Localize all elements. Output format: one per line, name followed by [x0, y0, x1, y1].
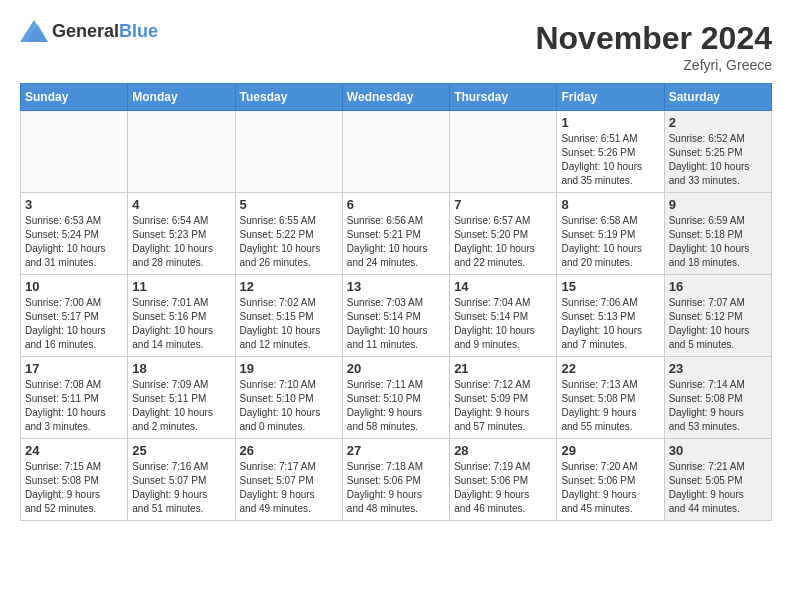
day-number: 12: [240, 279, 338, 294]
calendar-cell: [21, 111, 128, 193]
weekday-header: Sunday: [21, 84, 128, 111]
calendar-cell: 4Sunrise: 6:54 AM Sunset: 5:23 PM Daylig…: [128, 193, 235, 275]
location: Zefyri, Greece: [535, 57, 772, 73]
day-info: Sunrise: 6:52 AM Sunset: 5:25 PM Dayligh…: [669, 132, 767, 188]
day-number: 17: [25, 361, 123, 376]
day-number: 5: [240, 197, 338, 212]
day-number: 8: [561, 197, 659, 212]
day-number: 15: [561, 279, 659, 294]
day-number: 26: [240, 443, 338, 458]
day-info: Sunrise: 7:00 AM Sunset: 5:17 PM Dayligh…: [25, 296, 123, 352]
calendar-week-row: 17Sunrise: 7:08 AM Sunset: 5:11 PM Dayli…: [21, 357, 772, 439]
weekday-header: Saturday: [664, 84, 771, 111]
title-section: November 2024 Zefyri, Greece: [535, 20, 772, 73]
day-number: 3: [25, 197, 123, 212]
calendar-cell: 10Sunrise: 7:00 AM Sunset: 5:17 PM Dayli…: [21, 275, 128, 357]
day-number: 24: [25, 443, 123, 458]
day-number: 30: [669, 443, 767, 458]
day-number: 25: [132, 443, 230, 458]
day-info: Sunrise: 7:11 AM Sunset: 5:10 PM Dayligh…: [347, 378, 445, 434]
day-info: Sunrise: 7:10 AM Sunset: 5:10 PM Dayligh…: [240, 378, 338, 434]
day-info: Sunrise: 7:08 AM Sunset: 5:11 PM Dayligh…: [25, 378, 123, 434]
day-info: Sunrise: 7:12 AM Sunset: 5:09 PM Dayligh…: [454, 378, 552, 434]
day-number: 2: [669, 115, 767, 130]
calendar-cell: 25Sunrise: 7:16 AM Sunset: 5:07 PM Dayli…: [128, 439, 235, 521]
day-info: Sunrise: 6:58 AM Sunset: 5:19 PM Dayligh…: [561, 214, 659, 270]
day-info: Sunrise: 6:54 AM Sunset: 5:23 PM Dayligh…: [132, 214, 230, 270]
calendar-cell: 9Sunrise: 6:59 AM Sunset: 5:18 PM Daylig…: [664, 193, 771, 275]
day-number: 21: [454, 361, 552, 376]
weekday-header: Wednesday: [342, 84, 449, 111]
logo-icon: [20, 20, 48, 42]
calendar-cell: [342, 111, 449, 193]
day-info: Sunrise: 7:09 AM Sunset: 5:11 PM Dayligh…: [132, 378, 230, 434]
calendar-cell: 29Sunrise: 7:20 AM Sunset: 5:06 PM Dayli…: [557, 439, 664, 521]
calendar-cell: 16Sunrise: 7:07 AM Sunset: 5:12 PM Dayli…: [664, 275, 771, 357]
logo: GeneralBlue: [20, 20, 158, 42]
weekday-header-row: SundayMondayTuesdayWednesdayThursdayFrid…: [21, 84, 772, 111]
calendar-cell: 24Sunrise: 7:15 AM Sunset: 5:08 PM Dayli…: [21, 439, 128, 521]
day-info: Sunrise: 6:57 AM Sunset: 5:20 PM Dayligh…: [454, 214, 552, 270]
day-info: Sunrise: 7:06 AM Sunset: 5:13 PM Dayligh…: [561, 296, 659, 352]
day-number: 23: [669, 361, 767, 376]
day-number: 10: [25, 279, 123, 294]
day-info: Sunrise: 6:56 AM Sunset: 5:21 PM Dayligh…: [347, 214, 445, 270]
month-title: November 2024: [535, 20, 772, 57]
calendar-cell: [235, 111, 342, 193]
day-number: 29: [561, 443, 659, 458]
day-number: 9: [669, 197, 767, 212]
day-info: Sunrise: 7:01 AM Sunset: 5:16 PM Dayligh…: [132, 296, 230, 352]
day-info: Sunrise: 6:59 AM Sunset: 5:18 PM Dayligh…: [669, 214, 767, 270]
day-info: Sunrise: 6:55 AM Sunset: 5:22 PM Dayligh…: [240, 214, 338, 270]
day-number: 7: [454, 197, 552, 212]
calendar-cell: 11Sunrise: 7:01 AM Sunset: 5:16 PM Dayli…: [128, 275, 235, 357]
calendar-cell: 1Sunrise: 6:51 AM Sunset: 5:26 PM Daylig…: [557, 111, 664, 193]
calendar-week-row: 24Sunrise: 7:15 AM Sunset: 5:08 PM Dayli…: [21, 439, 772, 521]
day-info: Sunrise: 7:14 AM Sunset: 5:08 PM Dayligh…: [669, 378, 767, 434]
calendar-table: SundayMondayTuesdayWednesdayThursdayFrid…: [20, 83, 772, 521]
calendar-cell: 30Sunrise: 7:21 AM Sunset: 5:05 PM Dayli…: [664, 439, 771, 521]
calendar-week-row: 10Sunrise: 7:00 AM Sunset: 5:17 PM Dayli…: [21, 275, 772, 357]
day-info: Sunrise: 7:18 AM Sunset: 5:06 PM Dayligh…: [347, 460, 445, 516]
calendar-cell: 13Sunrise: 7:03 AM Sunset: 5:14 PM Dayli…: [342, 275, 449, 357]
weekday-header: Monday: [128, 84, 235, 111]
calendar-week-row: 1Sunrise: 6:51 AM Sunset: 5:26 PM Daylig…: [21, 111, 772, 193]
day-info: Sunrise: 7:04 AM Sunset: 5:14 PM Dayligh…: [454, 296, 552, 352]
calendar-cell: 3Sunrise: 6:53 AM Sunset: 5:24 PM Daylig…: [21, 193, 128, 275]
calendar-cell: 6Sunrise: 6:56 AM Sunset: 5:21 PM Daylig…: [342, 193, 449, 275]
day-number: 18: [132, 361, 230, 376]
calendar-cell: 21Sunrise: 7:12 AM Sunset: 5:09 PM Dayli…: [450, 357, 557, 439]
day-info: Sunrise: 6:53 AM Sunset: 5:24 PM Dayligh…: [25, 214, 123, 270]
day-info: Sunrise: 7:13 AM Sunset: 5:08 PM Dayligh…: [561, 378, 659, 434]
day-number: 27: [347, 443, 445, 458]
calendar-cell: 5Sunrise: 6:55 AM Sunset: 5:22 PM Daylig…: [235, 193, 342, 275]
calendar-cell: [128, 111, 235, 193]
day-info: Sunrise: 7:15 AM Sunset: 5:08 PM Dayligh…: [25, 460, 123, 516]
calendar-cell: 20Sunrise: 7:11 AM Sunset: 5:10 PM Dayli…: [342, 357, 449, 439]
calendar-cell: 28Sunrise: 7:19 AM Sunset: 5:06 PM Dayli…: [450, 439, 557, 521]
logo-blue: Blue: [119, 21, 158, 41]
day-number: 6: [347, 197, 445, 212]
calendar-cell: 12Sunrise: 7:02 AM Sunset: 5:15 PM Dayli…: [235, 275, 342, 357]
calendar-cell: 26Sunrise: 7:17 AM Sunset: 5:07 PM Dayli…: [235, 439, 342, 521]
calendar-cell: 19Sunrise: 7:10 AM Sunset: 5:10 PM Dayli…: [235, 357, 342, 439]
day-number: 16: [669, 279, 767, 294]
weekday-header: Thursday: [450, 84, 557, 111]
day-info: Sunrise: 7:03 AM Sunset: 5:14 PM Dayligh…: [347, 296, 445, 352]
weekday-header: Tuesday: [235, 84, 342, 111]
day-number: 13: [347, 279, 445, 294]
weekday-header: Friday: [557, 84, 664, 111]
calendar-cell: 2Sunrise: 6:52 AM Sunset: 5:25 PM Daylig…: [664, 111, 771, 193]
day-info: Sunrise: 7:07 AM Sunset: 5:12 PM Dayligh…: [669, 296, 767, 352]
calendar-cell: 22Sunrise: 7:13 AM Sunset: 5:08 PM Dayli…: [557, 357, 664, 439]
day-info: Sunrise: 7:19 AM Sunset: 5:06 PM Dayligh…: [454, 460, 552, 516]
day-number: 20: [347, 361, 445, 376]
day-number: 19: [240, 361, 338, 376]
calendar-cell: 14Sunrise: 7:04 AM Sunset: 5:14 PM Dayli…: [450, 275, 557, 357]
calendar-cell: 23Sunrise: 7:14 AM Sunset: 5:08 PM Dayli…: [664, 357, 771, 439]
day-number: 11: [132, 279, 230, 294]
day-number: 28: [454, 443, 552, 458]
page-header: GeneralBlue November 2024 Zefyri, Greece: [20, 20, 772, 73]
calendar-cell: 8Sunrise: 6:58 AM Sunset: 5:19 PM Daylig…: [557, 193, 664, 275]
day-number: 4: [132, 197, 230, 212]
